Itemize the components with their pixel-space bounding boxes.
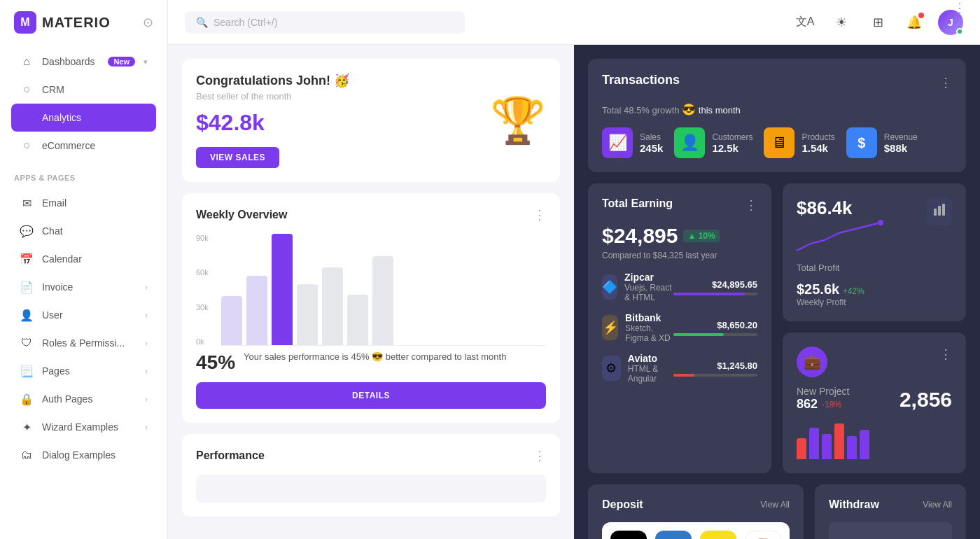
javascript-logo: JS: [700, 531, 736, 539]
sidebar-item-roles[interactable]: 🛡 Roles & Permissi... ›: [6, 329, 162, 357]
svg-rect-2: [938, 206, 941, 216]
bitbank-amount: $8,650.20: [673, 320, 757, 330]
stat-revenue: $ Revenue $88k: [846, 127, 918, 158]
total-profit-label: Total Profit: [797, 262, 952, 273]
profit-sparkline: [797, 219, 881, 254]
weekly-profit-badge: +42%: [843, 286, 864, 296]
sidebar-item-label: eCommerce: [42, 140, 148, 151]
weekly-percentage: 45%: [196, 351, 235, 374]
sidebar-item-dialog[interactable]: 🗂 Dialog Examples: [6, 441, 162, 469]
bar-4: [297, 284, 318, 345]
aviato-details: Aviato HTML & Angular: [628, 353, 673, 384]
np-bar-6: [860, 430, 869, 459]
congrats-amount: $42.8k: [196, 110, 349, 136]
sidebar-item-ecommerce[interactable]: eCommerce: [6, 132, 162, 160]
details-button[interactable]: DETAILS: [196, 382, 546, 409]
new-project-more-button[interactable]: ⋮: [939, 346, 952, 362]
record-icon[interactable]: ⊙: [143, 15, 153, 30]
bar-3-active: [272, 234, 293, 345]
zipcar-value: $24,895.65: [673, 279, 757, 295]
sidebar-item-auth[interactable]: 🔒 Auth Pages ›: [6, 385, 162, 413]
theme-icon[interactable]: ☀: [829, 10, 854, 35]
new-project-body: New Project 862 -18% 2,856: [797, 386, 952, 412]
stat-products-label: Products: [802, 132, 834, 142]
sidebar-item-analytics[interactable]: Analytics: [11, 104, 156, 132]
calendar-icon: 📅: [20, 252, 34, 266]
sidebar-item-label: User: [42, 309, 136, 321]
perf-more-button[interactable]: ⋮: [533, 448, 546, 463]
sidebar-item-label: Auth Pages: [42, 393, 136, 405]
search-bar[interactable]: 🔍 Search (Ctrl+/): [185, 11, 465, 34]
sidebar-item-label: Wizard Examples: [42, 421, 136, 433]
svg-point-0: [878, 220, 883, 225]
sidebar-item-wizard[interactable]: ✦ Wizard Examples ›: [6, 413, 162, 441]
performance-header: Performance ⋮: [196, 448, 546, 463]
view-sales-button[interactable]: VIEW SALES: [196, 147, 279, 168]
earning-item-zipcar: 🔷 Zipcar Vuejs, React & HTML $24,895.65: [602, 272, 757, 302]
middle-grid: Total Earning ⋮ $24,895 ▲ 10% Compared t…: [588, 183, 966, 473]
sidebar-item-crm[interactable]: CRM: [6, 76, 162, 104]
stat-sales-label: Sales: [640, 132, 663, 142]
stat-sales: 📈 Sales 245k: [602, 127, 663, 158]
earning-more-button[interactable]: ⋮: [745, 197, 757, 213]
deposit-card: Deposit View All N TS JS: [588, 484, 804, 539]
transactions-more-button[interactable]: ⋮: [939, 75, 952, 90]
main-content: 🔍 Search (Ctrl+/) 文A ☀ ⊞ 🔔 J Congratulat…: [168, 0, 980, 539]
stat-customers-label: Customers: [712, 132, 752, 142]
new-project-bars: [797, 417, 952, 459]
sidebar-item-pages[interactable]: 📃 Pages ›: [6, 357, 162, 385]
sidebar-item-invoice[interactable]: 📄 Invoice ›: [6, 273, 162, 301]
tech-logos-card: N TS JS: [602, 522, 790, 539]
products-icon: 🖥: [764, 127, 794, 158]
np-bar-1: [797, 438, 806, 459]
more-menu-button[interactable]: ⋮: [533, 207, 546, 223]
bottom-grid: Deposit View All N TS JS: [588, 484, 966, 539]
sidebar-item-label: Analytics: [42, 112, 148, 123]
notification-button[interactable]: 🔔: [902, 10, 927, 35]
svg-rect-1: [934, 209, 937, 216]
congrats-title: Congratulations John! 🥳: [196, 73, 349, 88]
sidebar-item-user[interactable]: 👤 User ›: [6, 301, 162, 329]
sidebar-item-chat[interactable]: 💬 Chat: [6, 217, 162, 245]
transactions-title: Transactions: [602, 73, 680, 88]
zipcar-details: Zipcar Vuejs, React & HTML: [624, 272, 673, 302]
zipcar-progress: [673, 293, 757, 295]
stat-revenue-value: $88k: [884, 142, 918, 154]
chevron-right-icon: ›: [145, 423, 148, 431]
congratulations-card: Congratulations John! 🥳 Best seller of t…: [182, 59, 560, 182]
profit-bar-icon[interactable]: [927, 197, 952, 225]
bar-5: [322, 267, 343, 345]
wizard-icon: ✦: [20, 420, 34, 434]
np-bar-4: [834, 424, 844, 459]
notification-dot: [918, 13, 924, 18]
deposit-title: Deposit: [602, 498, 643, 511]
chevron-right-icon: ›: [145, 311, 148, 319]
zipcar-sub: Vuejs, React & HTML: [624, 283, 673, 302]
withdraw-view-all[interactable]: View All: [923, 500, 952, 510]
sidebar-item-calendar[interactable]: 📅 Calendar: [6, 245, 162, 273]
revenue-icon: $: [846, 127, 877, 158]
search-placeholder: Search (Ctrl+/): [214, 17, 277, 28]
deposit-header: Deposit View All: [602, 498, 790, 511]
stat-customers-info: Customers 12.5k: [712, 132, 752, 154]
bitbank-sub: Sketch, Figma & XD: [625, 323, 673, 343]
sidebar-item-dashboards[interactable]: ⌂ Dashboards New ▾: [6, 48, 162, 76]
sidebar-item-label: Invoice: [42, 281, 136, 293]
new-badge: New: [108, 57, 135, 66]
performance-card: Performance ⋮: [182, 434, 560, 517]
sidebar-item-label: Pages: [42, 365, 136, 377]
bar-chart-icon: [932, 203, 946, 217]
new-project-info: New Project 862 -18%: [797, 386, 849, 412]
deposit-view-all[interactable]: View All: [760, 500, 790, 510]
sidebar-item-email[interactable]: ✉ Email: [6, 189, 162, 217]
translate-icon[interactable]: 文A: [792, 10, 818, 35]
transactions-subtitle: Total 48.5% growth 😎 this month: [602, 103, 952, 116]
grid-icon[interactable]: ⊞: [865, 10, 890, 35]
stat-revenue-info: Revenue $88k: [884, 132, 918, 154]
sidebar-logo: M MATERIO ⊙: [0, 0, 167, 45]
zipcar-icon: 🔷: [602, 274, 617, 300]
user-icon: 👤: [20, 308, 34, 322]
withdraw-chart-placeholder: [829, 522, 952, 539]
congrats-subtitle: Best seller of the month: [196, 91, 349, 102]
sidebar-item-label: Roles & Permissi...: [42, 337, 136, 349]
